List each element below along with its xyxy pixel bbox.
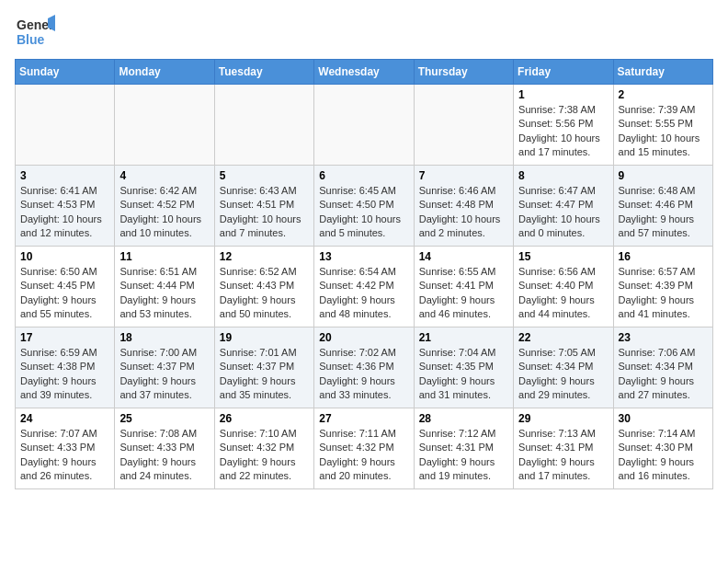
day-number: 1 [518, 88, 608, 101]
calendar-cell [115, 85, 214, 166]
day-info: Sunrise: 6:46 AM Sunset: 4:48 PM Dayligh… [419, 184, 508, 241]
calendar-cell: 27Sunrise: 7:11 AM Sunset: 4:32 PM Dayli… [314, 408, 414, 489]
calendar-cell: 24Sunrise: 7:07 AM Sunset: 4:33 PM Dayli… [16, 408, 115, 489]
day-number: 17 [20, 331, 109, 344]
day-number: 3 [20, 169, 109, 182]
day-info: Sunrise: 6:56 AM Sunset: 4:40 PM Dayligh… [518, 265, 608, 322]
weekday-header-tuesday: Tuesday [214, 60, 313, 85]
calendar-week-row: 1Sunrise: 7:38 AM Sunset: 5:56 PM Daylig… [16, 85, 713, 166]
day-number: 8 [518, 169, 608, 182]
calendar-cell [16, 85, 115, 166]
weekday-header-row: SundayMondayTuesdayWednesdayThursdayFrid… [16, 60, 713, 85]
day-info: Sunrise: 6:59 AM Sunset: 4:38 PM Dayligh… [20, 346, 109, 403]
day-number: 7 [419, 169, 508, 182]
weekday-header-monday: Monday [115, 60, 214, 85]
svg-text:Blue: Blue [17, 32, 45, 47]
day-number: 27 [319, 412, 408, 425]
day-info: Sunrise: 7:39 AM Sunset: 5:55 PM Dayligh… [619, 103, 708, 160]
calendar-cell: 5Sunrise: 6:43 AM Sunset: 4:51 PM Daylig… [214, 166, 313, 247]
weekday-header-wednesday: Wednesday [314, 60, 414, 85]
calendar-cell: 28Sunrise: 7:12 AM Sunset: 4:31 PM Dayli… [414, 408, 513, 489]
weekday-header-thursday: Thursday [414, 60, 513, 85]
calendar-cell: 19Sunrise: 7:01 AM Sunset: 4:37 PM Dayli… [214, 327, 313, 408]
day-number: 19 [220, 331, 309, 344]
weekday-header-friday: Friday [514, 60, 613, 85]
day-number: 21 [419, 331, 508, 344]
calendar-week-row: 10Sunrise: 6:50 AM Sunset: 4:45 PM Dayli… [16, 247, 713, 327]
calendar-week-row: 3Sunrise: 6:41 AM Sunset: 4:53 PM Daylig… [16, 166, 713, 247]
calendar-cell: 17Sunrise: 6:59 AM Sunset: 4:38 PM Dayli… [16, 327, 115, 408]
day-number: 24 [20, 412, 109, 425]
calendar: SundayMondayTuesdayWednesdayThursdayFrid… [15, 59, 713, 489]
day-info: Sunrise: 7:11 AM Sunset: 4:32 PM Dayligh… [319, 427, 408, 484]
day-info: Sunrise: 7:12 AM Sunset: 4:31 PM Dayligh… [419, 427, 508, 484]
day-number: 6 [319, 169, 408, 182]
day-number: 23 [619, 331, 708, 344]
day-info: Sunrise: 6:51 AM Sunset: 4:44 PM Dayligh… [119, 265, 209, 322]
calendar-cell: 6Sunrise: 6:45 AM Sunset: 4:50 PM Daylig… [314, 166, 414, 247]
calendar-cell: 12Sunrise: 6:52 AM Sunset: 4:43 PM Dayli… [214, 247, 313, 327]
day-info: Sunrise: 6:47 AM Sunset: 4:47 PM Dayligh… [518, 184, 608, 241]
day-number: 29 [518, 412, 608, 425]
day-info: Sunrise: 7:10 AM Sunset: 4:32 PM Dayligh… [220, 427, 309, 484]
day-number: 10 [20, 250, 109, 263]
calendar-cell: 18Sunrise: 7:00 AM Sunset: 4:37 PM Dayli… [115, 327, 214, 408]
day-number: 28 [419, 412, 508, 425]
calendar-cell: 3Sunrise: 6:41 AM Sunset: 4:53 PM Daylig… [16, 166, 115, 247]
calendar-week-row: 24Sunrise: 7:07 AM Sunset: 4:33 PM Dayli… [16, 408, 713, 489]
day-number: 15 [518, 250, 608, 263]
calendar-cell [314, 85, 414, 166]
calendar-cell: 4Sunrise: 6:42 AM Sunset: 4:52 PM Daylig… [115, 166, 214, 247]
day-info: Sunrise: 7:06 AM Sunset: 4:34 PM Dayligh… [619, 346, 708, 403]
calendar-cell: 7Sunrise: 6:46 AM Sunset: 4:48 PM Daylig… [414, 166, 513, 247]
calendar-cell: 11Sunrise: 6:51 AM Sunset: 4:44 PM Dayli… [115, 247, 214, 327]
day-number: 22 [518, 331, 608, 344]
calendar-cell: 22Sunrise: 7:05 AM Sunset: 4:34 PM Dayli… [514, 327, 613, 408]
calendar-cell: 26Sunrise: 7:10 AM Sunset: 4:32 PM Dayli… [214, 408, 313, 489]
day-info: Sunrise: 6:43 AM Sunset: 4:51 PM Dayligh… [220, 184, 309, 241]
day-info: Sunrise: 7:04 AM Sunset: 4:35 PM Dayligh… [419, 346, 508, 403]
day-info: Sunrise: 7:13 AM Sunset: 4:31 PM Dayligh… [518, 427, 608, 484]
day-info: Sunrise: 6:52 AM Sunset: 4:43 PM Dayligh… [220, 265, 309, 322]
day-info: Sunrise: 6:55 AM Sunset: 4:41 PM Dayligh… [419, 265, 508, 322]
day-number: 11 [119, 250, 209, 263]
day-number: 18 [119, 331, 209, 344]
calendar-cell: 21Sunrise: 7:04 AM Sunset: 4:35 PM Dayli… [414, 327, 513, 408]
day-info: Sunrise: 6:41 AM Sunset: 4:53 PM Dayligh… [20, 184, 109, 241]
day-number: 5 [220, 169, 309, 182]
weekday-header-saturday: Saturday [613, 60, 712, 85]
calendar-cell [414, 85, 513, 166]
day-info: Sunrise: 6:48 AM Sunset: 4:46 PM Dayligh… [619, 184, 708, 241]
calendar-cell: 1Sunrise: 7:38 AM Sunset: 5:56 PM Daylig… [514, 85, 613, 166]
calendar-cell: 9Sunrise: 6:48 AM Sunset: 4:46 PM Daylig… [613, 166, 712, 247]
calendar-cell: 25Sunrise: 7:08 AM Sunset: 4:33 PM Dayli… [115, 408, 214, 489]
day-number: 30 [619, 412, 708, 425]
day-number: 26 [220, 412, 309, 425]
day-number: 13 [319, 250, 408, 263]
day-number: 12 [220, 250, 309, 263]
day-info: Sunrise: 7:38 AM Sunset: 5:56 PM Dayligh… [518, 103, 608, 160]
day-number: 16 [619, 250, 708, 263]
day-info: Sunrise: 6:57 AM Sunset: 4:39 PM Dayligh… [619, 265, 708, 322]
calendar-cell: 14Sunrise: 6:55 AM Sunset: 4:41 PM Dayli… [414, 247, 513, 327]
calendar-cell: 8Sunrise: 6:47 AM Sunset: 4:47 PM Daylig… [514, 166, 613, 247]
day-number: 25 [119, 412, 209, 425]
day-info: Sunrise: 6:50 AM Sunset: 4:45 PM Dayligh… [20, 265, 109, 322]
day-info: Sunrise: 7:08 AM Sunset: 4:33 PM Dayligh… [119, 427, 209, 484]
calendar-cell: 20Sunrise: 7:02 AM Sunset: 4:36 PM Dayli… [314, 327, 414, 408]
day-info: Sunrise: 6:54 AM Sunset: 4:42 PM Dayligh… [319, 265, 408, 322]
day-info: Sunrise: 7:07 AM Sunset: 4:33 PM Dayligh… [20, 427, 109, 484]
logo: General Blue [15, 15, 55, 52]
calendar-cell: 16Sunrise: 6:57 AM Sunset: 4:39 PM Dayli… [613, 247, 712, 327]
calendar-cell: 15Sunrise: 6:56 AM Sunset: 4:40 PM Dayli… [514, 247, 613, 327]
calendar-cell: 10Sunrise: 6:50 AM Sunset: 4:45 PM Dayli… [16, 247, 115, 327]
day-info: Sunrise: 7:14 AM Sunset: 4:30 PM Dayligh… [619, 427, 708, 484]
day-info: Sunrise: 6:45 AM Sunset: 4:50 PM Dayligh… [319, 184, 408, 241]
day-number: 9 [619, 169, 708, 182]
calendar-cell [214, 85, 313, 166]
day-info: Sunrise: 7:05 AM Sunset: 4:34 PM Dayligh… [518, 346, 608, 403]
day-info: Sunrise: 7:01 AM Sunset: 4:37 PM Dayligh… [220, 346, 309, 403]
calendar-cell: 13Sunrise: 6:54 AM Sunset: 4:42 PM Dayli… [314, 247, 414, 327]
day-number: 14 [419, 250, 508, 263]
weekday-header-sunday: Sunday [16, 60, 115, 85]
